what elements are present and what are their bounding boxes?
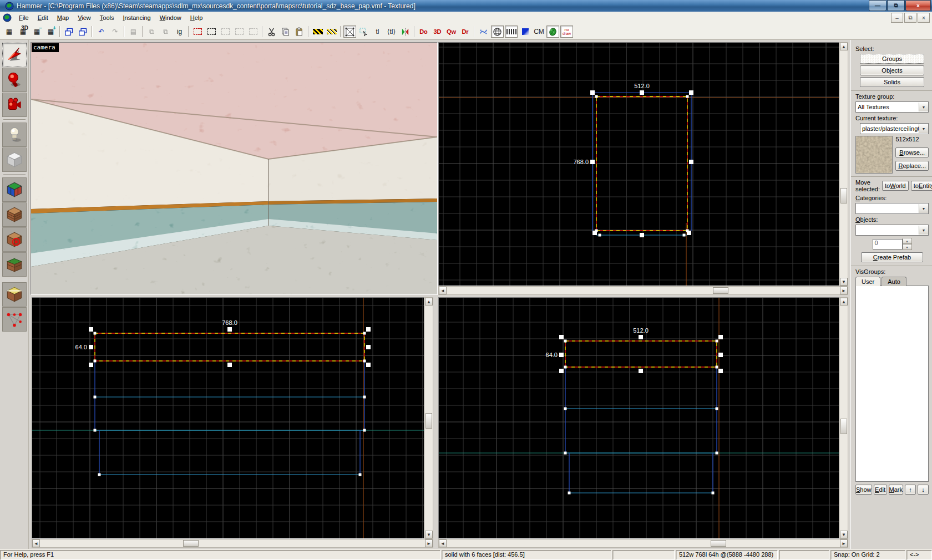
spin-up-icon[interactable]: ▲ xyxy=(903,238,912,244)
viewport-side-canvas[interactable]: 512.064.0 xyxy=(439,298,839,538)
model-fade-icon[interactable] xyxy=(519,26,531,38)
menu-tools[interactable]: Tools xyxy=(95,13,119,23)
viewport-front-hscrollbar[interactable]: ◄ ► xyxy=(32,539,433,548)
menu-help[interactable]: Help xyxy=(186,13,207,23)
auto-selection-icon[interactable] xyxy=(357,26,370,38)
no-draw-icon[interactable]: no draw xyxy=(560,26,573,38)
sound-browser-icon[interactable] xyxy=(477,26,490,38)
edit-button[interactable]: Edit xyxy=(874,485,887,495)
move-up-button[interactable]: ↑ xyxy=(905,485,916,495)
cordon-state-icon[interactable] xyxy=(325,26,338,38)
smaller-grid-icon[interactable]: ▦− xyxy=(31,26,43,38)
vertex-tool[interactable] xyxy=(2,307,27,332)
groups-button[interactable]: Groups xyxy=(860,54,924,64)
scroll-right-icon[interactable]: ► xyxy=(840,539,848,547)
chevron-down-icon[interactable]: ▼ xyxy=(919,103,928,111)
categories-select[interactable]: ▼ xyxy=(855,203,929,214)
scroll-right-icon[interactable]: ► xyxy=(425,539,433,547)
menu-edit[interactable]: Edit xyxy=(33,13,53,23)
spin-down-icon[interactable]: ▼ xyxy=(903,244,912,250)
scroll-thumb[interactable] xyxy=(713,287,728,294)
texture-application-tool[interactable] xyxy=(2,177,27,202)
tab-auto[interactable]: Auto xyxy=(882,277,906,286)
ignore-groups-icon[interactable]: ig xyxy=(173,26,186,38)
display-run-icon[interactable]: Dr xyxy=(459,26,472,38)
scroll-thumb[interactable] xyxy=(711,540,726,547)
scroll-up-icon[interactable]: ▲ xyxy=(840,43,848,50)
viewport-side-vscrollbar[interactable]: ▲ ▼ xyxy=(839,297,848,539)
block-tool[interactable] xyxy=(2,147,27,172)
chevron-down-icon[interactable]: ▼ xyxy=(919,204,928,213)
viewport-top-vscrollbar[interactable]: ▲ ▼ xyxy=(839,42,848,286)
create-prefab-button[interactable]: Create Prefab xyxy=(861,252,923,262)
apply-decals-tool[interactable] xyxy=(2,227,27,252)
scroll-thumb[interactable] xyxy=(840,419,847,434)
texture-group-select[interactable]: All Textures ▼ xyxy=(855,101,929,113)
camera-label[interactable]: camera xyxy=(32,43,59,52)
browse-button[interactable]: Browse... xyxy=(895,147,929,157)
scroll-down-icon[interactable]: ▼ xyxy=(425,531,433,538)
scroll-left-icon[interactable]: ◄ xyxy=(439,539,447,547)
display-3d-profiles-icon[interactable]: 3D xyxy=(431,26,444,38)
solids-button[interactable]: Solids xyxy=(860,77,924,87)
copy-icon[interactable] xyxy=(279,26,292,38)
menu-instancing[interactable]: Instancing xyxy=(118,13,155,23)
menu-file[interactable]: File xyxy=(14,13,33,23)
show-all-icon[interactable] xyxy=(247,26,260,38)
title-bar[interactable]: Hammer - [C:\Program Files (x86)\Steam\s… xyxy=(0,0,932,12)
cordon-bounds-icon[interactable] xyxy=(311,26,324,38)
viewport-3d[interactable] xyxy=(31,42,438,295)
to-entity-button[interactable]: toEntity xyxy=(911,181,932,191)
larger-grid-icon[interactable]: ▦+ xyxy=(44,26,57,38)
viewport-front-canvas[interactable]: 768.064.0 xyxy=(32,298,424,538)
child-restore-button[interactable]: ⧉ xyxy=(904,13,916,23)
current-texture-select[interactable]: plaster/plasterceiling008 ▼ xyxy=(860,123,929,134)
toggle-cordon-edit-icon[interactable] xyxy=(191,26,204,38)
menu-window[interactable]: Window xyxy=(155,13,186,23)
toggle-grid-icon[interactable]: ▦ xyxy=(3,26,16,38)
viewport-front[interactable]: 768.064.0 xyxy=(32,297,424,539)
texture-lock-icon[interactable]: tl xyxy=(371,26,384,38)
scroll-thumb[interactable] xyxy=(426,413,432,429)
redo-icon[interactable]: ↷ xyxy=(109,26,121,38)
flip-objects-icon[interactable] xyxy=(399,26,412,38)
chevron-down-icon[interactable]: ▼ xyxy=(919,226,928,235)
child-close-button[interactable]: × xyxy=(918,13,930,23)
scroll-right-icon[interactable]: ► xyxy=(840,287,848,294)
foliage-icon[interactable] xyxy=(546,26,559,38)
helpers-globe-icon[interactable] xyxy=(491,26,504,38)
scroll-thumb[interactable] xyxy=(840,188,847,203)
display-objects-do-icon[interactable]: Do xyxy=(417,26,430,38)
displacement-mask-icon[interactable] xyxy=(505,26,518,38)
ungroup-icon[interactable]: ⧉ xyxy=(159,26,172,38)
hide-unselected-icon[interactable] xyxy=(233,26,246,38)
group-icon[interactable]: ⧉ xyxy=(145,26,158,38)
mark-button[interactable]: Mark xyxy=(889,485,903,495)
viewport-top-canvas[interactable]: 512.0768.0 xyxy=(439,43,839,286)
viewport-top-hscrollbar[interactable]: ◄ ► xyxy=(438,286,848,295)
selection-tool[interactable] xyxy=(2,43,27,67)
scroll-thumb[interactable] xyxy=(183,540,199,547)
restore-button[interactable]: ⧉ xyxy=(887,0,905,11)
show-button[interactable]: Show xyxy=(855,485,872,495)
texture-scale-lock-icon[interactable]: ⟨tl⟩ xyxy=(385,26,398,38)
apply-current-texture-tool[interactable] xyxy=(2,202,27,227)
chevron-down-icon[interactable]: ▼ xyxy=(919,124,928,133)
viewport-side[interactable]: 512.064.0 xyxy=(438,297,839,539)
scroll-up-icon[interactable]: ▲ xyxy=(425,298,433,306)
move-down-button[interactable]: ↓ xyxy=(918,485,929,495)
viewport-side-hscrollbar[interactable]: ◄ ► xyxy=(438,539,848,548)
scroll-down-icon[interactable]: ▼ xyxy=(840,278,848,286)
objects-select[interactable]: ▼ xyxy=(855,225,929,236)
replace-button[interactable]: Replace... xyxy=(895,161,929,171)
cut-icon[interactable] xyxy=(265,26,278,38)
scroll-left-icon[interactable]: ◄ xyxy=(32,539,40,547)
prefab-count-input[interactable]: 0 xyxy=(873,239,903,250)
clipping-tool[interactable] xyxy=(2,282,27,307)
undo-icon[interactable]: ↶ xyxy=(95,26,108,38)
paste-icon[interactable] xyxy=(293,26,306,38)
select-touching-icon[interactable] xyxy=(343,26,356,38)
menu-map[interactable]: Map xyxy=(53,13,73,23)
toggle-3d-grid-icon[interactable]: ▦3D xyxy=(17,26,29,38)
hide-selected-icon[interactable] xyxy=(219,26,232,38)
